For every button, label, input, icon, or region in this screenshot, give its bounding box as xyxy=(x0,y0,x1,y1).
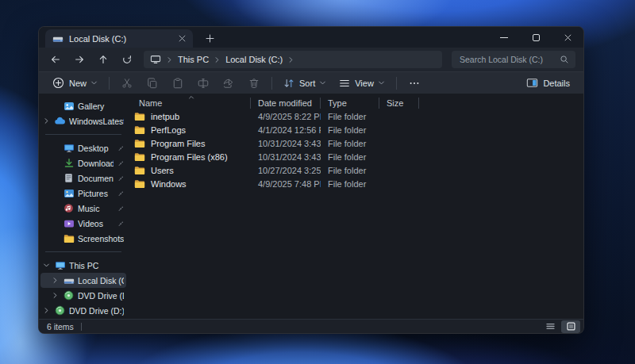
file-date-modified: 4/9/2025 8:22 PM xyxy=(251,112,321,121)
sidebar-item-label: This PC xyxy=(69,261,124,270)
file-list-pane: NameDate modifiedTypeSize inetpub4/9/202… xyxy=(128,94,583,319)
maximize-button[interactable] xyxy=(520,27,552,48)
folder-icon xyxy=(134,138,145,149)
trash-icon xyxy=(248,78,260,89)
delete-button[interactable] xyxy=(242,74,266,93)
file-row-perflogs[interactable]: PerfLogs4/1/2024 12:56 PMFile folder xyxy=(132,123,583,136)
file-row-program-files[interactable]: Program Files10/31/2024 3:43 AMFile fold… xyxy=(132,136,583,150)
file-row-program-files-x86[interactable]: Program Files (x86)10/31/2024 3:43 AMFil… xyxy=(132,150,583,163)
sidebar-item-label: Downloads xyxy=(78,159,114,168)
file-date-modified: 10/27/2024 3:25 AM xyxy=(251,166,321,175)
sidebar-item-dvd-drive-d[interactable]: DVD Drive (D:) xyxy=(40,288,126,303)
folder-icon xyxy=(134,125,145,136)
chevron-down-icon xyxy=(378,79,385,86)
chevron-right-icon[interactable] xyxy=(42,117,51,125)
sidebar-item-label: Desktop xyxy=(78,144,114,153)
chevron-right-icon[interactable] xyxy=(51,292,60,299)
sidebar-item-screenshots[interactable]: Screenshots xyxy=(40,231,126,246)
folder-icon xyxy=(63,233,75,244)
sidebar-item-videos[interactable]: Videos xyxy=(40,216,126,231)
forward-button[interactable] xyxy=(69,50,90,69)
sidebar-item-gallery[interactable]: Gallery xyxy=(40,98,126,113)
file-explorer-window: Local Disk (C:) This PC Local Disk (C:) xyxy=(38,26,584,334)
sidebar-separator xyxy=(45,134,121,135)
thumbnail-view-icon xyxy=(566,321,576,331)
search-icon xyxy=(560,55,569,64)
file-name-cell: Program Files xyxy=(132,138,251,149)
sidebar-item-label: Gallery xyxy=(78,102,124,111)
details-pane-button[interactable]: Details xyxy=(521,74,575,93)
sidebar-item-documents[interactable]: Documents xyxy=(40,171,126,186)
sidebar-item-music[interactable]: Music xyxy=(40,201,126,216)
sidebar-item-pictures[interactable]: Pictures xyxy=(40,186,126,201)
file-name-cell: Windows xyxy=(132,178,251,190)
chevron-right-icon[interactable] xyxy=(51,277,60,284)
file-row-users[interactable]: Users10/27/2024 3:25 AMFile folder xyxy=(132,163,583,177)
column-header-label: Name xyxy=(139,98,162,108)
thumbnail-view-toggle[interactable] xyxy=(561,320,580,333)
file-row-windows[interactable]: Windows4/9/2025 7:48 PMFile folder xyxy=(132,177,583,190)
sidebar-item-this-pc[interactable]: This PC xyxy=(40,258,126,273)
sidebar-item-desktop[interactable]: Desktop xyxy=(40,140,126,155)
command-bar: New Sort View Details xyxy=(39,71,583,94)
status-divider xyxy=(81,323,82,331)
sidebar-item-windowslatest[interactable]: WindowsLatest xyxy=(40,113,126,128)
copy-button[interactable] xyxy=(140,74,164,93)
cut-button[interactable] xyxy=(115,74,139,93)
breadcrumb-local-disk[interactable]: Local Disk (C:) xyxy=(225,55,283,64)
close-button[interactable] xyxy=(552,27,583,48)
file-name: Program Files xyxy=(151,139,205,148)
drive-icon xyxy=(52,33,64,44)
search-input[interactable] xyxy=(458,54,555,65)
search-box[interactable] xyxy=(452,51,575,68)
column-header-date-modified[interactable]: Date modified xyxy=(251,98,321,109)
tab-title: Local Disk (C:) xyxy=(69,34,170,44)
file-name: Users xyxy=(151,166,174,175)
column-header-type[interactable]: Type xyxy=(321,98,379,109)
details-button-label: Details xyxy=(543,79,570,88)
file-row-inetpub[interactable]: inetpub4/9/2025 8:22 PMFile folder xyxy=(132,109,583,123)
sidebar-item-downloads[interactable]: Downloads xyxy=(40,155,126,171)
folder-icon xyxy=(134,151,145,163)
minimize-button[interactable] xyxy=(488,27,520,48)
file-name: Windows xyxy=(151,179,187,189)
tab-close-icon[interactable] xyxy=(175,33,188,45)
breadcrumb[interactable]: This PC Local Disk (C:) xyxy=(144,51,442,68)
file-name-cell: Program Files (x86) xyxy=(132,151,251,163)
paste-button[interactable] xyxy=(166,74,190,93)
toolbar-separator xyxy=(396,77,397,90)
sort-button[interactable]: Sort xyxy=(278,74,332,93)
up-button[interactable] xyxy=(93,50,114,69)
gallery-icon xyxy=(63,101,75,112)
breadcrumb-this-pc[interactable]: This PC xyxy=(178,55,209,64)
refresh-button[interactable] xyxy=(117,50,137,69)
details-view-toggle[interactable] xyxy=(541,320,560,333)
sidebar-item-label: Music xyxy=(78,204,114,213)
details-view-icon xyxy=(545,321,556,331)
navigation-pane: GalleryWindowsLatestDesktopDownloadsDocu… xyxy=(39,94,128,319)
column-header-label: Size xyxy=(387,98,403,108)
chevron-right-icon[interactable] xyxy=(42,307,51,314)
new-button[interactable]: New xyxy=(47,74,103,93)
rename-button[interactable] xyxy=(191,74,215,93)
tab-local-disk[interactable]: Local Disk (C:) xyxy=(45,29,193,48)
back-button[interactable] xyxy=(45,50,66,69)
chevron-down-icon xyxy=(90,79,98,86)
chevron-right-icon xyxy=(166,56,173,63)
ellipsis-icon xyxy=(409,78,420,89)
file-type: File folder xyxy=(321,179,379,189)
view-button[interactable]: View xyxy=(333,74,391,93)
view-button-label: View xyxy=(355,79,374,88)
share-button[interactable] xyxy=(217,74,241,93)
sidebar-item-label: DVD Drive (D:) xyxy=(78,291,124,301)
downloads-icon xyxy=(63,158,75,169)
more-options-button[interactable] xyxy=(402,74,426,93)
column-header-name[interactable]: Name xyxy=(132,98,251,109)
sidebar-item-local-disk-c[interactable]: Local Disk (C:) xyxy=(40,273,126,288)
sidebar-item-dvd-drive-d-c[interactable]: DVD Drive (D:) C xyxy=(40,303,126,318)
new-tab-button[interactable] xyxy=(201,30,218,46)
documents-icon xyxy=(63,173,75,183)
chevron-down-icon[interactable] xyxy=(42,262,51,269)
tab-bar: Local Disk (C:) xyxy=(39,27,583,48)
column-header-size[interactable]: Size xyxy=(379,98,419,109)
